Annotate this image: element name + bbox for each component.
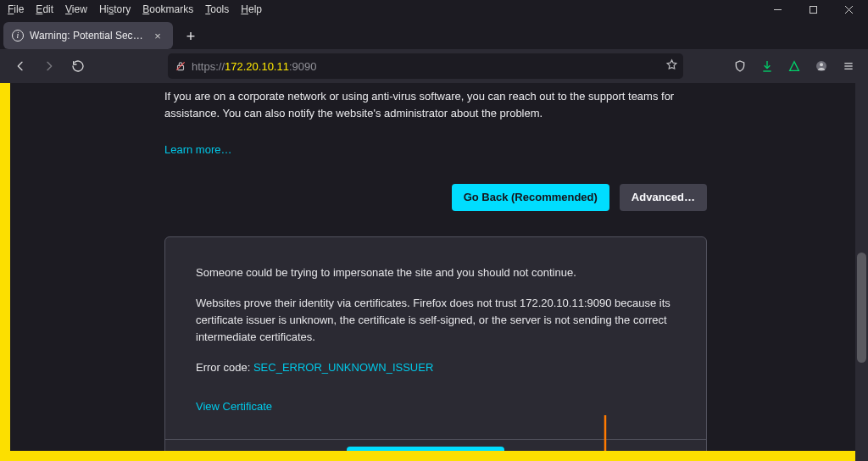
panel-go-back-button[interactable]: Go Back (Recommended) (347, 447, 504, 451)
downloads-icon[interactable] (754, 53, 780, 79)
menu-history[interactable]: History (93, 2, 136, 17)
accept-risk-button[interactable]: Accept the Risk and Continue (515, 447, 694, 451)
learn-more-link[interactable]: Learn more… (164, 142, 231, 158)
menu-file[interactable]: File (2, 2, 30, 17)
url-text: https://172.20.10.11:9090 (192, 60, 665, 73)
window-maximize-button[interactable] (795, 0, 831, 19)
profile-icon[interactable] (809, 53, 834, 79)
svg-rect-0 (810, 6, 816, 13)
panel-p2: Websites prove their identity via certif… (196, 295, 676, 346)
lock-warning-icon (175, 60, 186, 72)
scrollbar-thumb[interactable] (857, 253, 866, 363)
advanced-panel: Someone could be trying to impersonate t… (164, 236, 707, 452)
menu-tools[interactable]: Tools (199, 2, 235, 17)
error-code: SEC_ERROR_UNKNOWN_ISSUER (253, 361, 433, 374)
menu-bar: File Edit View History Bookmarks Tools H… (0, 0, 868, 19)
window-minimize-button[interactable] (760, 0, 795, 19)
advanced-button[interactable]: Advanced… (620, 184, 707, 211)
extension-icon[interactable] (782, 53, 807, 79)
menu-edit[interactable]: Edit (30, 2, 59, 17)
menu-view[interactable]: View (59, 2, 93, 17)
info-icon: i (12, 30, 24, 42)
back-button[interactable] (7, 53, 34, 80)
shield-icon[interactable] (727, 53, 753, 79)
tab-close-button[interactable]: × (151, 29, 164, 42)
nav-bar: https://172.20.10.11:9090 (0, 49, 868, 83)
tab-warning[interactable]: i Warning: Potential Security Risk Ahead… (3, 22, 173, 49)
panel-p1: Someone could be trying to impersonate t… (196, 264, 676, 281)
forward-button[interactable] (36, 53, 63, 80)
go-back-button[interactable]: Go Back (Recommended) (452, 184, 609, 211)
svg-point-4 (820, 63, 823, 66)
reload-button[interactable] (64, 53, 92, 80)
menu-bookmarks[interactable]: Bookmarks (136, 2, 199, 17)
tab-title: Warning: Potential Security Risk Ahead (30, 30, 145, 42)
new-tab-button[interactable]: + (178, 24, 203, 49)
warning-content: If you are on a corporate network or usi… (164, 88, 707, 451)
bookmark-star-icon[interactable] (665, 58, 678, 74)
scrollbar-track[interactable] (855, 83, 868, 461)
window-close-button[interactable] (831, 0, 866, 19)
page-body: If you are on a corporate network or usi… (10, 83, 858, 451)
tab-strip: i Warning: Potential Security Risk Ahead… (0, 19, 868, 49)
warning-paragraph: If you are on a corporate network or usi… (164, 88, 707, 121)
view-certificate-link[interactable]: View Certificate (196, 398, 272, 415)
error-code-line: Error code: SEC_ERROR_UNKNOWN_ISSUER (196, 359, 676, 376)
url-bar[interactable]: https://172.20.10.11:9090 (168, 53, 683, 79)
menu-help[interactable]: Help (235, 2, 268, 17)
app-menu-icon[interactable] (836, 53, 861, 79)
page-frame: If you are on a corporate network or usi… (0, 83, 868, 461)
